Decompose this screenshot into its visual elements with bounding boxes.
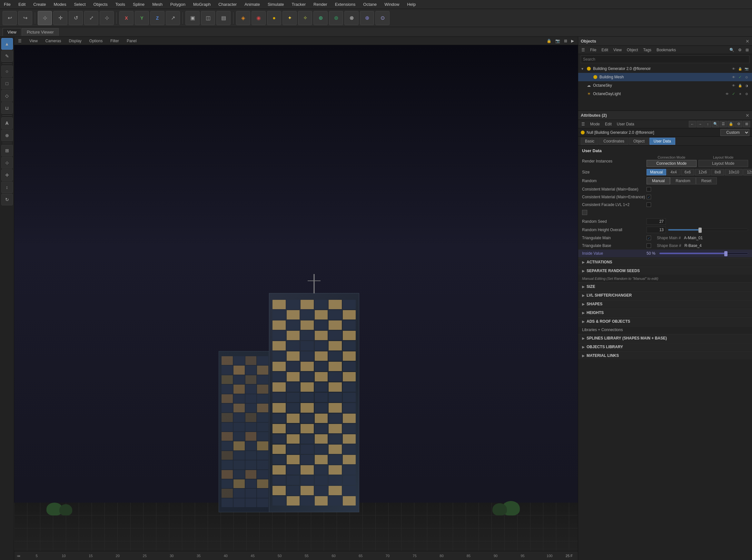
size-btn-4x4[interactable]: 4x4 (667, 169, 680, 175)
menu-create[interactable]: Create (32, 1, 47, 7)
objects-settings-icon[interactable]: ⚙ (737, 47, 743, 53)
collapse-ads-roof[interactable]: ▶ ADS & ROOF OBJECTS (578, 318, 752, 325)
menu-objects[interactable]: Objects (92, 1, 109, 7)
attr-consistent-main-checkbox[interactable] (647, 187, 651, 192)
tool-circle[interactable]: ○ (1, 65, 13, 77)
tool-edit[interactable]: ✎ (1, 50, 13, 62)
menu-polygon[interactable]: Polygon (169, 1, 187, 7)
attr-tab-user-data[interactable]: User Data (650, 138, 675, 145)
vp-panel[interactable]: Panel (125, 38, 138, 44)
vp-cameras[interactable]: Cameras (44, 38, 63, 44)
objects-panel-close[interactable]: ✕ (746, 39, 749, 44)
random-btn-random[interactable]: Random (670, 177, 696, 184)
render-mode-6[interactable]: ⊛ (313, 11, 328, 25)
scale-button[interactable]: ⊹ (100, 11, 114, 25)
tool-move[interactable]: ✛ (1, 169, 13, 181)
tool-stretch[interactable]: ↕ (1, 181, 13, 193)
render-mode-10[interactable]: ⊙ (375, 11, 390, 25)
render-mode-4[interactable]: ✦ (282, 11, 297, 25)
attr-nav-expand[interactable]: ⊞ (743, 121, 750, 127)
menu-tools[interactable]: Tools (114, 1, 126, 7)
objects-menu-icon[interactable]: ☰ (580, 47, 586, 53)
obj-mode-3[interactable]: ▤ (216, 11, 231, 25)
collapse-material-links[interactable]: ▶ MATERIAL LINKS (578, 352, 752, 359)
menu-tracker[interactable]: Tracker (290, 1, 307, 7)
obj-half-3[interactable]: ◑ (744, 82, 749, 88)
obj-sun-4[interactable]: ☀ (737, 91, 743, 97)
obj-vis-3[interactable]: 👁 (731, 82, 736, 88)
collapse-heights[interactable]: ▶ HEIGHTS (578, 309, 752, 317)
layout-mode-btn[interactable]: Layout Mode (698, 160, 749, 167)
objects-edit[interactable]: Edit (600, 47, 610, 53)
attr-tab-basic[interactable]: Basic (581, 138, 598, 145)
attr-nav-list[interactable]: ☰ (720, 121, 727, 127)
collapse-size[interactable]: ▶ SIZE (578, 283, 752, 291)
attr-custom-dropdown[interactable]: Custom (720, 129, 749, 136)
attr-random-height-input[interactable] (647, 227, 666, 233)
menu-spline[interactable]: Spline (132, 1, 146, 7)
select-button[interactable]: ⊹ (38, 11, 52, 25)
attr-triangulate-base-checkbox[interactable] (647, 243, 651, 248)
collapse-shapes[interactable]: ▶ SHAPES (578, 300, 752, 308)
obj-mode-1[interactable]: ▣ (185, 11, 200, 25)
x-axis-btn[interactable]: X (119, 11, 134, 25)
tab-picture-viewer[interactable]: Picture Viewer (22, 28, 59, 36)
attr-nav-back[interactable]: ← (689, 121, 696, 127)
obj-building-generator[interactable]: ▼ Building Generator 2.0 @florenoir 👁 🔒 … (578, 64, 752, 73)
attr-nav-forward[interactable]: → (696, 121, 704, 127)
tool-add[interactable]: ⊕ (1, 129, 13, 141)
size-btn-6x6[interactable]: 6x6 (681, 169, 694, 175)
collapse-activations[interactable]: ▶ ACTIVATIONS (578, 258, 752, 266)
menu-modes[interactable]: Modes (52, 1, 67, 7)
menu-render[interactable]: Render (312, 1, 329, 7)
vp-camera-icon[interactable]: 📷 (554, 38, 561, 44)
viewport[interactable]: ☰ View Cameras Display Options Filter Pa… (14, 37, 578, 560)
obj-octanesky[interactable]: ☁ OctaneSky 👁 🔒 ◑ (578, 81, 752, 89)
objects-object[interactable]: Object (626, 47, 639, 53)
redo-button[interactable]: ↪ (18, 11, 32, 25)
vp-view[interactable]: View (28, 38, 39, 44)
render-mode-9[interactable]: ⊕ (360, 11, 374, 25)
menu-simulate[interactable]: Simulate (266, 1, 285, 7)
render-mode-7[interactable]: ⊚ (329, 11, 343, 25)
collapse-splines-library[interactable]: ▶ SPLINES LIBRARY (SHAPES MAIN + BASE) (578, 334, 752, 342)
undo-button[interactable]: ↩ (3, 11, 17, 25)
tool-rotate[interactable]: ↻ (1, 194, 13, 205)
objects-bookmarks[interactable]: Bookmarks (655, 47, 677, 53)
attr-panel-close[interactable]: ✕ (746, 113, 749, 118)
obj-mode-2[interactable]: ◫ (201, 11, 215, 25)
z-axis-btn[interactable]: Z (150, 11, 164, 25)
collapse-objects-library[interactable]: ▶ OBJECTS LIBRARY (578, 343, 752, 351)
tool-floor[interactable]: ⊔ (1, 102, 13, 114)
menu-mesh[interactable]: Mesh (151, 1, 164, 7)
obj-check-4[interactable]: ✓ (731, 91, 736, 97)
objects-tags[interactable]: Tags (642, 47, 653, 53)
obj-check-2[interactable]: ✓ (737, 74, 743, 80)
obj-vis-4[interactable]: 👁 (724, 91, 730, 97)
obj-lock-1[interactable]: 🔒 (737, 66, 743, 72)
obj-lock-3[interactable]: 🔒 (737, 82, 743, 88)
render-mode-1[interactable]: ◈ (236, 11, 250, 25)
attr-inside-value-slider[interactable] (659, 253, 748, 254)
collapse-separate-random[interactable]: ▶ SEPARATE RANDOM SEEDS (578, 267, 752, 275)
world-btn[interactable]: ↗ (166, 11, 180, 25)
vp-filter[interactable]: Filter (109, 38, 120, 44)
tool-star[interactable]: ⊹ (1, 157, 13, 168)
tool-text[interactable]: A (1, 117, 13, 129)
menu-window[interactable]: Window (383, 1, 400, 7)
attr-tab-object[interactable]: Object (629, 138, 649, 145)
attr-mode[interactable]: Mode (589, 121, 601, 127)
objects-search-icon[interactable]: 🔍 (728, 47, 735, 53)
size-btn-manual[interactable]: Manual (647, 169, 666, 175)
attr-consistent-facade-checkbox[interactable] (647, 202, 651, 207)
vp-lock-icon[interactable]: 🔒 (545, 38, 553, 44)
vp-options[interactable]: Options (88, 38, 104, 44)
transform-button[interactable]: ⤢ (84, 11, 98, 25)
objects-expand-icon[interactable]: ⊞ (744, 47, 750, 53)
random-btn-reset[interactable]: Reset (696, 177, 717, 184)
obj-building-mesh[interactable]: Building Mesh 👁 ✓ ⊙ (578, 73, 752, 81)
menu-file[interactable]: File (3, 1, 12, 7)
obj-vis-1[interactable]: 👁 (731, 66, 736, 72)
size-btn-10x10[interactable]: 10x10 (725, 169, 743, 175)
obj-render-2[interactable]: ⊙ (744, 74, 749, 80)
